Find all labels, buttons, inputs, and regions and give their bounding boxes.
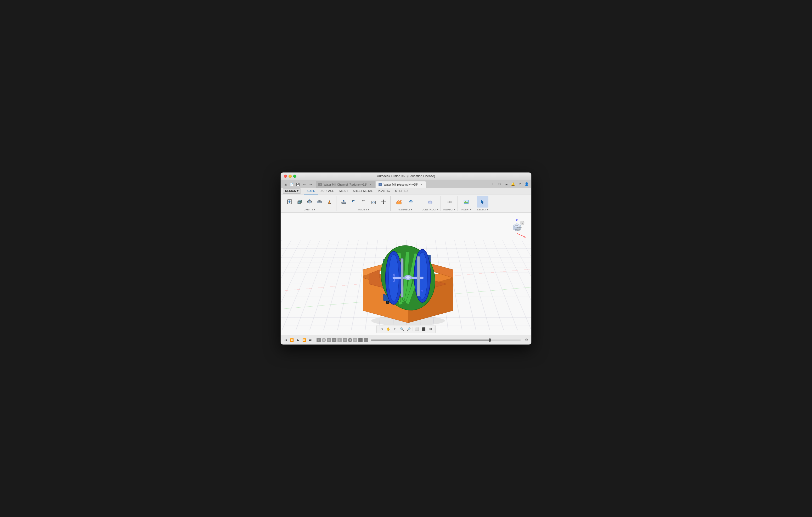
pan-icon[interactable]: ✋: [385, 326, 392, 332]
construct-buttons: [424, 196, 436, 208]
loft-button[interactable]: [325, 196, 334, 207]
viewport[interactable]: BALDOR: [281, 213, 531, 335]
insert-image-icon: [463, 199, 469, 205]
visual-style-icon[interactable]: ⬛: [421, 326, 427, 332]
timeline-play[interactable]: ▶: [295, 337, 300, 343]
hole-button[interactable]: [315, 196, 324, 207]
notification-icon[interactable]: 🔔: [511, 181, 516, 187]
timeline-item-6[interactable]: □: [343, 338, 347, 342]
revolve-button[interactable]: [305, 196, 314, 207]
timeline-marker[interactable]: [489, 338, 491, 342]
tab-label-1: Water Mill Channel (Redone) v12*: [324, 183, 367, 186]
minimize-button[interactable]: [289, 175, 292, 178]
timeline-item-4[interactable]: □: [332, 338, 337, 342]
traffic-lights: [284, 175, 296, 178]
timeline-item-1[interactable]: □: [317, 338, 321, 342]
joint-button[interactable]: [405, 196, 417, 208]
construct-plane-button[interactable]: [424, 196, 436, 208]
tab-close-1[interactable]: ×: [369, 183, 373, 186]
orbit-icon[interactable]: ⊙: [379, 326, 384, 332]
tab-icon-1: F: [318, 183, 322, 186]
timeline-item-7[interactable]: ◉: [348, 338, 352, 342]
account-icon[interactable]: 👤: [524, 181, 529, 187]
insert-image-button[interactable]: [460, 196, 472, 208]
fillet-button[interactable]: [349, 196, 358, 207]
tab-close-2[interactable]: ×: [419, 183, 423, 186]
svg-rect-14: [342, 202, 346, 204]
close-button[interactable]: [284, 175, 287, 178]
tab-water-mill-channel[interactable]: F Water Mill Channel (Redone) v12* ×: [316, 181, 375, 188]
grid-icon[interactable]: ⊞: [428, 326, 433, 332]
measure-button[interactable]: [444, 196, 455, 208]
design-menu-button[interactable]: DESIGN ▾: [283, 188, 301, 194]
insert-label[interactable]: INSERT ▾: [461, 208, 471, 211]
assemble-component-button[interactable]: [393, 196, 405, 208]
tab-surface[interactable]: SURFACE: [318, 188, 337, 194]
timeline-settings-button[interactable]: ⚙: [524, 337, 529, 343]
loft-icon: [326, 199, 332, 205]
svg-point-87: [399, 258, 401, 261]
assemble-group: ASSEMBLE ▾: [391, 196, 419, 211]
timeline-item-2[interactable]: ◉: [322, 338, 326, 342]
timeline-item-3[interactable]: □: [327, 338, 331, 342]
svg-rect-42: [464, 200, 468, 204]
tab-water-mill-assembly[interactable]: F Water Mill (Assembly) v25* ×: [376, 181, 427, 188]
new-file-icon[interactable]: 📄: [289, 182, 294, 187]
modify-buttons: [339, 196, 388, 208]
undo-icon[interactable]: ↩: [301, 182, 307, 187]
help-icon[interactable]: ?: [517, 181, 522, 187]
timeline-item-9[interactable]: ⌁: [358, 338, 362, 342]
svg-marker-12: [328, 202, 331, 204]
svg-point-67: [387, 301, 389, 303]
svg-text:Z: Z: [516, 219, 518, 221]
tab-solid[interactable]: SOLID: [304, 188, 318, 194]
timeline-next[interactable]: ⏩: [301, 337, 307, 343]
chamfer-button[interactable]: [359, 196, 368, 207]
view-cube[interactable]: Z X FRONT RIGHT: [508, 218, 526, 239]
timeline-skip-start[interactable]: ⏮: [283, 337, 288, 343]
construct-label[interactable]: CONSTRUCT ▾: [422, 208, 438, 211]
inspect-label[interactable]: INSPECT ▾: [443, 208, 456, 211]
sync-icon[interactable]: ↻: [497, 181, 502, 187]
select-label[interactable]: SELECT ▾: [477, 208, 488, 211]
zoom-out-icon[interactable]: 🔎: [406, 326, 412, 332]
tab-utilities[interactable]: UTILITIES: [393, 188, 411, 194]
svg-marker-24: [385, 201, 386, 202]
inspect-group: INSPECT ▾: [441, 196, 458, 211]
svg-rect-90: [417, 256, 419, 296]
new-tab-button[interactable]: ＋: [490, 181, 495, 187]
main-area: BALDOR: [281, 213, 531, 335]
display-mode-icon[interactable]: ⬜: [414, 326, 420, 332]
application-window: Autodesk Fusion 360 (Education License) …: [281, 172, 531, 345]
shell-button[interactable]: [369, 196, 378, 207]
move-button[interactable]: [379, 196, 388, 207]
redo-icon[interactable]: ↪: [308, 182, 313, 187]
press-pull-button[interactable]: [339, 196, 348, 207]
timeline-item-5[interactable]: □: [338, 338, 342, 342]
zoom-in-icon[interactable]: 🔍: [399, 326, 405, 332]
assemble-label[interactable]: ASSEMBLE ▾: [398, 208, 412, 211]
maximize-button[interactable]: [293, 175, 296, 178]
new-component-button[interactable]: [285, 196, 294, 207]
cloud-icon[interactable]: ☁: [503, 181, 509, 187]
timeline-prev[interactable]: ⏪: [289, 337, 294, 343]
modify-group: MODIFY ▾: [337, 196, 390, 211]
timeline-item-10[interactable]: ⌁: [364, 338, 368, 342]
tab-icon-2: F: [379, 183, 382, 186]
modify-label[interactable]: MODIFY ▾: [358, 208, 369, 211]
timeline-track[interactable]: [371, 339, 521, 341]
tab-sheet-metal[interactable]: SHEET METAL: [350, 188, 375, 194]
tab-mesh[interactable]: MESH: [337, 188, 350, 194]
svg-marker-27: [397, 201, 399, 202]
timeline-skip-end[interactable]: ⏭: [308, 337, 313, 343]
tab-plastic[interactable]: PLASTIC: [375, 188, 393, 194]
save-icon[interactable]: 💾: [295, 182, 300, 187]
new-component-icon: [287, 199, 292, 205]
select-button[interactable]: [477, 196, 488, 208]
extrude-button[interactable]: [295, 196, 304, 207]
timeline-item-8[interactable]: □: [353, 338, 357, 342]
app-grid-icon[interactable]: ⊞: [283, 182, 288, 187]
zoom-fit-icon[interactable]: ⊡: [393, 326, 398, 332]
separator-1: [413, 327, 413, 331]
create-label[interactable]: CREATE ▾: [304, 208, 315, 211]
